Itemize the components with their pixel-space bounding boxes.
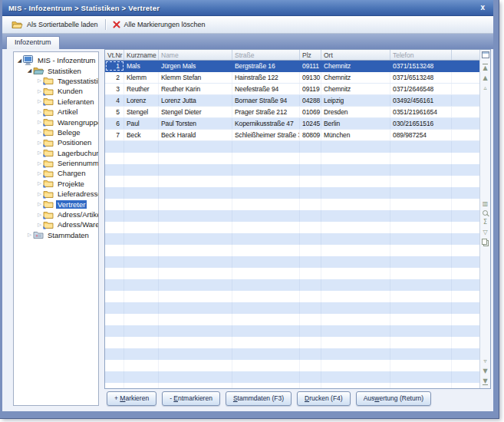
tree-expander-collapsed-icon[interactable]: ▷ — [36, 77, 43, 84]
table-cell[interactable]: 7 — [105, 130, 124, 140]
tree-expander-collapsed-icon[interactable]: ▷ — [36, 212, 43, 218]
unmark-button[interactable]: - Entmarkieren — [162, 391, 220, 406]
table-cell[interactable]: 0371/6513248 — [390, 72, 452, 83]
scroll-down-icon[interactable]: ▼ — [483, 368, 487, 374]
table-cell[interactable]: 0371/1513248 — [390, 61, 452, 71]
table-cell[interactable]: 4 — [105, 95, 124, 106]
toolbar-button-load-sort-table[interactable]: Als Sortiertabelle laden — [7, 18, 103, 31]
table-cell[interactable]: Lorenz — [124, 95, 159, 106]
column-header-name[interactable]: Name — [159, 50, 232, 60]
sum-icon[interactable]: Σ — [483, 219, 487, 226]
table-cell[interactable]: 01069 — [300, 107, 321, 117]
table-cell[interactable]: 09111 — [300, 61, 321, 71]
column-header-plz[interactable]: Plz — [300, 50, 321, 60]
table-cell[interactable]: Paul — [124, 118, 159, 129]
column-header-stra-e[interactable]: Straße — [232, 50, 300, 60]
tree-item-projekte[interactable]: ▷Projekte — [14, 179, 98, 189]
tree-expander-collapsed-icon[interactable]: ▷ — [36, 98, 43, 104]
column-header-telefon[interactable]: Telefon — [390, 50, 452, 60]
tab-infozentrum[interactable]: Infozentrum — [6, 36, 60, 49]
table-cell[interactable]: Beck Harald — [159, 130, 232, 140]
tree-item-kunden[interactable]: ▷Kunden — [14, 86, 98, 96]
tree-expander-collapsed-icon[interactable]: ▷ — [36, 222, 43, 228]
tree-expander-collapsed-icon[interactable]: ▷ — [36, 191, 43, 197]
column-chooser-icon[interactable] — [482, 51, 489, 58]
tree-item-tagesstatistik[interactable]: ▷Tagesstatistik — [14, 76, 98, 86]
search-icon[interactable] — [483, 210, 488, 216]
table-row[interactable]: 5StengelStengel DieterPrager Straße 2120… — [105, 107, 479, 118]
go-first-icon[interactable]: ▲ — [483, 64, 487, 71]
table-cell[interactable]: 80809 — [300, 130, 321, 140]
table-cell[interactable]: 0371/2646548 — [390, 84, 452, 94]
tree-expander-expanded-icon[interactable]: ◢ — [26, 68, 33, 74]
tree-item-stammdaten[interactable]: ▷Stammdaten — [14, 230, 98, 240]
go-last-icon[interactable]: ▼ — [483, 377, 487, 385]
table-cell[interactable]: 03492/456161 — [390, 95, 452, 106]
step-down-icon[interactable]: ▿ — [483, 358, 486, 364]
table-row[interactable]: 1MalsJürgen MalsBergstraße 1609111Chemni… — [105, 61, 479, 72]
tree-item-statistiken[interactable]: ◢Statistiken — [14, 65, 98, 75]
tree-item-belege[interactable]: ▷Belege — [14, 127, 98, 137]
titlebar[interactable]: MIS - Infozentrum > Statistiken > Vertre… — [2, 0, 493, 16]
table-cell[interactable]: 030/21651516 — [390, 118, 452, 129]
tree-expander-collapsed-icon[interactable]: ▷ — [36, 129, 43, 135]
toolbar-button-clear-marks[interactable]: Alle Markierungen löschen — [108, 19, 210, 30]
copy-icon[interactable] — [482, 239, 487, 245]
table-cell[interactable]: Jürgen Mals — [159, 61, 232, 71]
table-cell[interactable]: Chemnitz — [321, 72, 390, 83]
table-cell[interactable]: Chemnitz — [321, 84, 390, 94]
step-up-icon[interactable]: ▵ — [483, 84, 486, 91]
table-cell[interactable]: Bornaer Straße 94 — [232, 95, 300, 106]
table-row[interactable]: 3ReutherReuther KarinNeefestraße 9409119… — [105, 84, 479, 95]
table-cell[interactable]: 0351/21961654 — [390, 107, 452, 117]
tree-expander-collapsed-icon[interactable]: ▷ — [36, 140, 43, 146]
table-cell[interactable]: 09130 — [300, 72, 321, 83]
tree-expander-collapsed-icon[interactable]: ▷ — [36, 119, 43, 125]
table-cell[interactable]: Neefestraße 94 — [232, 84, 300, 94]
table-cell[interactable]: Klemm Stefan — [159, 72, 232, 83]
table-cell[interactable]: 2 — [105, 72, 124, 83]
tree-item-lieferadressen[interactable]: ▷Lieferadressen — [14, 189, 98, 199]
table-cell[interactable]: 3 — [105, 84, 124, 94]
table-row[interactable]: 4LorenzLorenz JuttaBornaer Straße 940428… — [105, 95, 479, 107]
drucken-button[interactable]: Drucken (F4) — [297, 391, 351, 406]
tree-expander-collapsed-icon[interactable]: ▷ — [36, 201, 43, 207]
table-cell[interactable]: 04288 — [300, 95, 321, 106]
tree-item-mis-infozentrum[interactable]: ◢MIS - Infozentrum — [14, 55, 98, 65]
tree-expander-collapsed-icon[interactable]: ▷ — [36, 109, 43, 115]
table-cell[interactable]: Reuther — [124, 84, 159, 94]
tree-expander-expanded-icon[interactable]: ◢ — [16, 58, 23, 64]
mark-button[interactable]: + Markieren — [107, 391, 156, 406]
tree-expander-collapsed-icon[interactable]: ▷ — [36, 170, 43, 176]
table-cell[interactable]: Stengel — [124, 107, 159, 117]
table-cell[interactable]: Reuther Karin — [159, 84, 232, 94]
table-cell[interactable]: Kopernikusstraße 47 — [232, 118, 300, 129]
table-cell[interactable]: Berlin — [321, 118, 390, 129]
tree-item-lagerbuchungen[interactable]: ▷Lagerbuchungen — [14, 148, 98, 158]
table-row[interactable]: 7BeckBeck HaraldSchleißheimer Straße 378… — [105, 130, 479, 141]
table-cell[interactable]: Leipzig — [321, 95, 390, 106]
tree-expander-collapsed-icon[interactable]: ▷ — [26, 232, 33, 238]
table-cell[interactable]: Lorenz Jutta — [159, 95, 232, 106]
table-cell[interactable]: Dresden — [321, 107, 390, 117]
tree-item-artikel[interactable]: ▷Artikel — [14, 107, 98, 117]
table-cell[interactable]: Beck — [124, 130, 159, 140]
table-cell[interactable]: 1 — [105, 61, 124, 71]
tree-item-warengruppen[interactable]: ▷Warengruppen — [14, 117, 98, 127]
filter-icon[interactable]: ▽ — [483, 229, 487, 236]
table-cell[interactable]: Mals — [124, 61, 159, 71]
tree-item-positionen[interactable]: ▷Positionen — [14, 137, 98, 147]
auswertung-button[interactable]: Auswertung (Return) — [356, 391, 431, 406]
table-cell[interactable]: 6 — [105, 118, 124, 129]
column-header-kurzname[interactable]: Kurzname — [124, 50, 159, 60]
table-cell[interactable]: 089/987254 — [390, 130, 452, 140]
scroll-up-icon[interactable]: ▲ — [483, 74, 487, 81]
stammdaten-button[interactable]: Stammdaten (F3) — [226, 391, 292, 406]
tree-expander-collapsed-icon[interactable]: ▷ — [36, 160, 43, 166]
tree-expander-collapsed-icon[interactable]: ▷ — [36, 180, 43, 186]
table-cell[interactable]: Chemnitz — [321, 61, 390, 71]
table-cell[interactable]: Stengel Dieter — [159, 107, 232, 117]
table-cell[interactable]: Hainstraße 122 — [232, 72, 300, 83]
tree-item-adress-artikel[interactable]: ▷Adress/Artikel — [14, 209, 98, 219]
table-row[interactable]: 2KlemmKlemm StefanHainstraße 12209130Che… — [105, 72, 479, 84]
